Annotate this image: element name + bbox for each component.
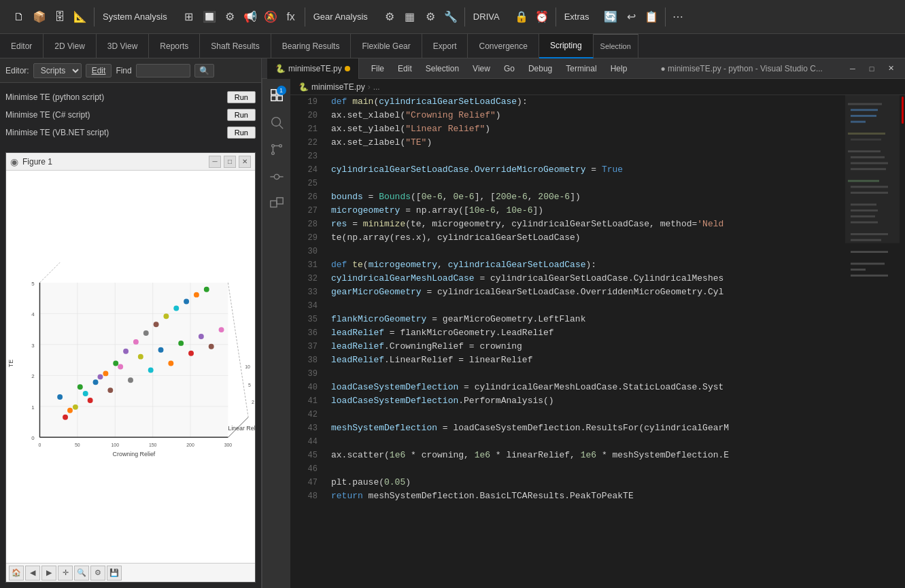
extras-label[interactable]: Extras (559, 10, 595, 23)
tab-editor[interactable]: Editor (0, 34, 44, 58)
run-button-0[interactable]: Run (227, 91, 256, 103)
gear-analysis-label[interactable]: Gear Analysis (308, 10, 373, 23)
toolbar-icon-ga3[interactable]: ⚙ (421, 7, 440, 27)
svg-point-54 (103, 370, 108, 376)
run-button-1[interactable]: Run (227, 109, 256, 121)
code-editor[interactable]: 19 20 21 22 23 24 25 26 27 28 29 30 31 3… (290, 95, 905, 588)
main-toolbar: 🗋 📦 🗄 📐 System Analysis ⊞ 🔲 ⚙ 📢 🔕 fx Gea… (0, 0, 905, 34)
menu-view[interactable]: View (466, 58, 497, 79)
scrollbar-thumb[interactable] (902, 97, 904, 124)
figure-icon: ◉ (10, 156, 18, 167)
scrollbar-vertical[interactable] (900, 95, 905, 588)
tab-bar: Editor 2D View 3D View Reports Shaft Res… (0, 34, 905, 58)
menu-help[interactable]: Help (604, 58, 634, 79)
toolbar-icon-extras1[interactable]: 🔄 (601, 7, 620, 27)
toolbar-icon-3[interactable]: 🗄 (50, 7, 69, 27)
menu-selection[interactable]: Selection (419, 58, 466, 79)
tool-back[interactable]: ◀ (25, 566, 40, 581)
system-analysis-label[interactable]: System Analysis (97, 10, 173, 23)
svg-text:Crowning Relief: Crowning Relief (113, 451, 156, 457)
svg-text:Linear Relief: Linear Relief (228, 425, 255, 432)
tool-settings[interactable]: ⚙ (90, 566, 105, 581)
search-input[interactable] (136, 64, 190, 77)
figure-minimize[interactable]: ─ (209, 156, 221, 168)
toolbar-icon-driva2[interactable]: ⏰ (532, 7, 551, 27)
svg-point-55 (113, 361, 118, 366)
toolbar-icon-sa1[interactable]: ⊞ (180, 7, 199, 27)
tab-shaft-results[interactable]: Shaft Results (200, 34, 271, 58)
figure-footer: 🏠 ◀ ▶ ✛ 🔍 ⚙ 💾 (6, 563, 255, 582)
driva-label[interactable]: DRIVA (468, 10, 505, 23)
menu-go[interactable]: Go (497, 58, 522, 79)
tool-save[interactable]: 💾 (107, 566, 122, 581)
tool-pan[interactable]: ✛ (58, 566, 73, 581)
search-button[interactable]: 🔍 (194, 64, 214, 77)
toolbar-icon-ga2[interactable]: ▦ (400, 7, 420, 27)
svg-rect-0 (39, 283, 228, 438)
svg-point-58 (143, 330, 149, 336)
win-minimize[interactable]: ─ (844, 60, 861, 77)
toolbar-icon-1[interactable]: 🗋 (10, 7, 29, 27)
linenum-35: 35 (290, 313, 318, 326)
svg-point-57 (133, 339, 139, 345)
toolbar-icon-sa5[interactable]: 🔕 (261, 7, 280, 27)
toolbar-icon-sa2[interactable]: 🔲 (200, 7, 219, 27)
figure-maximize[interactable]: □ (224, 156, 236, 168)
breadcrumb-path: ... (373, 82, 380, 92)
svg-point-56 (123, 349, 129, 354)
win-maximize[interactable]: □ (863, 60, 881, 77)
activity-debug[interactable] (266, 166, 288, 188)
toolbar-icon-extras3[interactable]: 📋 (642, 7, 661, 27)
modified-indicator (345, 66, 350, 71)
script-item-0: Minimise TE (python script) Run (5, 91, 256, 103)
tool-forward[interactable]: ▶ (41, 566, 56, 581)
tab-3d-view[interactable]: 3D View (97, 34, 149, 58)
code-line-19: def main(cylindricalGearSetLoadCase): (331, 95, 837, 109)
activity-extensions[interactable] (266, 193, 288, 215)
activity-explorer[interactable]: 1 (266, 84, 288, 106)
menu-debug[interactable]: Debug (522, 58, 559, 79)
tab-selection[interactable]: Selection (594, 34, 638, 58)
scripts-select[interactable]: Scripts (33, 63, 82, 78)
toolbar-icon-2[interactable]: 📦 (30, 7, 49, 27)
activity-search[interactable] (266, 111, 288, 133)
svg-line-12 (228, 283, 248, 417)
tab-export[interactable]: Export (422, 34, 468, 58)
menu-edit[interactable]: Edit (391, 58, 419, 79)
toolbar-icon-more[interactable]: ⋯ (668, 7, 687, 27)
win-close[interactable]: ✕ (882, 60, 900, 77)
run-button-2[interactable]: Run (227, 126, 256, 139)
tab-flexible-gear[interactable]: Flexible Gear (351, 34, 422, 58)
vscode-file-tab[interactable]: 🐍 minimiseTE.py (267, 58, 359, 79)
toolbar-icon-sa4[interactable]: 📢 (241, 7, 260, 27)
svg-point-52 (83, 391, 88, 396)
tab-reports[interactable]: Reports (149, 34, 200, 58)
menu-file[interactable]: File (364, 58, 391, 79)
toolbar-icon-ga4[interactable]: 🔧 (441, 7, 460, 27)
code-content[interactable]: def main(cylindricalGearSetLoadCase): ax… (323, 95, 845, 588)
toolbar-icon-4[interactable]: 📐 (71, 7, 90, 27)
svg-point-45 (178, 341, 184, 346)
menu-terminal[interactable]: Terminal (559, 58, 603, 79)
edit-button[interactable]: Edit (86, 64, 112, 77)
toolbar-icon-ga1[interactable]: ⚙ (380, 7, 399, 27)
figure-close[interactable]: ✕ (239, 156, 251, 168)
figure-title: ◉ Figure 1 (10, 156, 52, 167)
tab-scripting[interactable]: Scripting (539, 34, 594, 58)
toolbar-icon-driva1[interactable]: 🔒 (512, 7, 531, 27)
svg-point-41 (138, 354, 143, 360)
toolbar-icon-sa3[interactable]: ⚙ (220, 7, 239, 27)
tab-convergence[interactable]: Convergence (468, 34, 539, 58)
tab-2d-view[interactable]: 2D View (44, 34, 96, 58)
tool-home[interactable]: 🏠 (9, 566, 24, 581)
toolbar-icon-sa6[interactable]: fx (281, 7, 301, 27)
code-line-33: gearMicroGeometry = cylindricalGearSetLo… (331, 286, 837, 299)
tool-zoom[interactable]: 🔍 (74, 566, 89, 581)
linenum-22: 22 (290, 136, 318, 150)
svg-rect-102 (851, 251, 888, 253)
activity-git[interactable] (266, 139, 288, 160)
toolbar-icon-extras2[interactable]: ↩ (621, 7, 641, 27)
figure-chart: 0 1 2 3 4 5 0 50 100 150 200 300 Crownin… (6, 171, 255, 563)
svg-rect-105 (851, 275, 888, 277)
tab-bearing-results[interactable]: Bearing Results (271, 34, 352, 58)
